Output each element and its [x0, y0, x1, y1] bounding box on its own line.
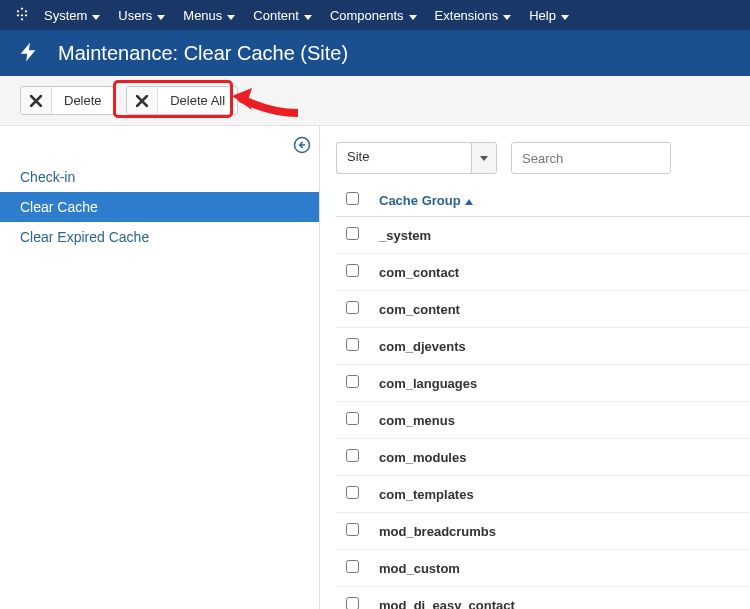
cache-group-cell: mod_breadcrumbs: [369, 513, 750, 550]
row-checkbox-cell: [336, 550, 369, 587]
table-row: _system: [336, 217, 750, 254]
nav-content[interactable]: Content: [253, 0, 312, 30]
cache-group-cell: com_modules: [369, 439, 750, 476]
nav-label: Menus: [183, 8, 222, 23]
row-checkbox-cell: [336, 587, 369, 610]
column-header-label: Cache Group: [379, 193, 461, 208]
nav-label: Users: [118, 8, 152, 23]
row-checkbox[interactable]: [346, 523, 359, 536]
row-checkbox[interactable]: [346, 449, 359, 462]
delete-button[interactable]: Delete: [20, 86, 115, 115]
toolbar: Delete Delete All: [0, 76, 750, 126]
nav-menus[interactable]: Menus: [183, 0, 235, 30]
close-icon: [127, 87, 158, 114]
nav-users[interactable]: Users: [118, 0, 165, 30]
search-input[interactable]: [511, 142, 671, 174]
nav-system[interactable]: System: [44, 0, 100, 30]
cache-group-cell: _system: [369, 217, 750, 254]
table-row: com_menus: [336, 402, 750, 439]
chevron-down-icon: [409, 8, 417, 23]
row-checkbox-cell: [336, 217, 369, 254]
page-title: Maintenance: Clear Cache (Site): [58, 42, 348, 65]
cache-group-cell: com_languages: [369, 365, 750, 402]
delete-all-button[interactable]: Delete All: [126, 86, 238, 115]
row-checkbox[interactable]: [346, 560, 359, 573]
cache-group-cell: com_contact: [369, 254, 750, 291]
table-row: com_content: [336, 291, 750, 328]
row-checkbox[interactable]: [346, 412, 359, 425]
sidebar-collapse-icon[interactable]: [293, 136, 311, 157]
cache-group-cell: com_content: [369, 291, 750, 328]
row-checkbox-cell: [336, 476, 369, 513]
row-checkbox-cell: [336, 291, 369, 328]
table-row: com_templates: [336, 476, 750, 513]
lightning-icon: [18, 41, 40, 66]
nav-label: System: [44, 8, 87, 23]
chevron-down-icon: [503, 8, 511, 23]
table-row: mod_custom: [336, 550, 750, 587]
row-checkbox[interactable]: [346, 301, 359, 314]
row-checkbox[interactable]: [346, 227, 359, 240]
row-checkbox-cell: [336, 254, 369, 291]
chevron-down-icon: [92, 8, 100, 23]
nav-help[interactable]: Help: [529, 0, 569, 30]
chevron-down-icon: [227, 8, 235, 23]
nav-extensions[interactable]: Extensions: [435, 0, 512, 30]
table-row: mod_dj_easy_contact: [336, 587, 750, 610]
row-checkbox[interactable]: [346, 375, 359, 388]
row-checkbox[interactable]: [346, 597, 359, 609]
cache-group-cell: mod_dj_easy_contact: [369, 587, 750, 610]
sidebar-item[interactable]: Check-in: [0, 162, 319, 192]
sidebar: Check-inClear CacheClear Expired Cache: [0, 126, 320, 609]
chevron-down-icon: [471, 142, 497, 174]
chevron-down-icon: [561, 8, 569, 23]
nav-label: Content: [253, 8, 299, 23]
table-row: com_contact: [336, 254, 750, 291]
row-checkbox-cell: [336, 439, 369, 476]
sort-asc-icon: [465, 193, 473, 208]
sidebar-item[interactable]: Clear Cache: [0, 192, 319, 222]
admin-navbar: System Users Menus Content Components Ex…: [0, 0, 750, 30]
row-checkbox-cell: [336, 328, 369, 365]
nav-label: Components: [330, 8, 404, 23]
cache-group-cell: mod_custom: [369, 550, 750, 587]
cache-group-cell: com_djevents: [369, 328, 750, 365]
nav-components[interactable]: Components: [330, 0, 417, 30]
main-panel: Site Cache Group: [320, 126, 750, 609]
nav-label: Help: [529, 8, 556, 23]
table-row: com_languages: [336, 365, 750, 402]
table-row: com_modules: [336, 439, 750, 476]
select-value: Site: [336, 142, 471, 174]
page-header: Maintenance: Clear Cache (Site): [0, 30, 750, 76]
cache-group-cell: com_templates: [369, 476, 750, 513]
close-icon: [21, 87, 52, 114]
sidebar-item[interactable]: Clear Expired Cache: [0, 222, 319, 252]
joomla-logo-icon[interactable]: [14, 6, 30, 25]
cache-group-cell: com_menus: [369, 402, 750, 439]
client-select[interactable]: Site: [336, 142, 497, 174]
row-checkbox-cell: [336, 513, 369, 550]
table-row: com_djevents: [336, 328, 750, 365]
button-label: Delete: [52, 87, 114, 114]
filter-bar: Site: [336, 142, 750, 174]
content-area: Check-inClear CacheClear Expired Cache S…: [0, 126, 750, 609]
chevron-down-icon: [304, 8, 312, 23]
select-all-checkbox[interactable]: [346, 192, 359, 205]
table-row: mod_breadcrumbs: [336, 513, 750, 550]
chevron-down-icon: [157, 8, 165, 23]
row-checkbox[interactable]: [346, 486, 359, 499]
button-label: Delete All: [158, 87, 237, 114]
column-header-cache-group[interactable]: Cache Group: [379, 193, 473, 208]
row-checkbox[interactable]: [346, 338, 359, 351]
nav-label: Extensions: [435, 8, 499, 23]
row-checkbox-cell: [336, 402, 369, 439]
row-checkbox[interactable]: [346, 264, 359, 277]
cache-table: Cache Group _systemcom_contactcom_conten…: [336, 184, 750, 609]
annotation-arrow-icon: [230, 88, 300, 121]
row-checkbox-cell: [336, 365, 369, 402]
